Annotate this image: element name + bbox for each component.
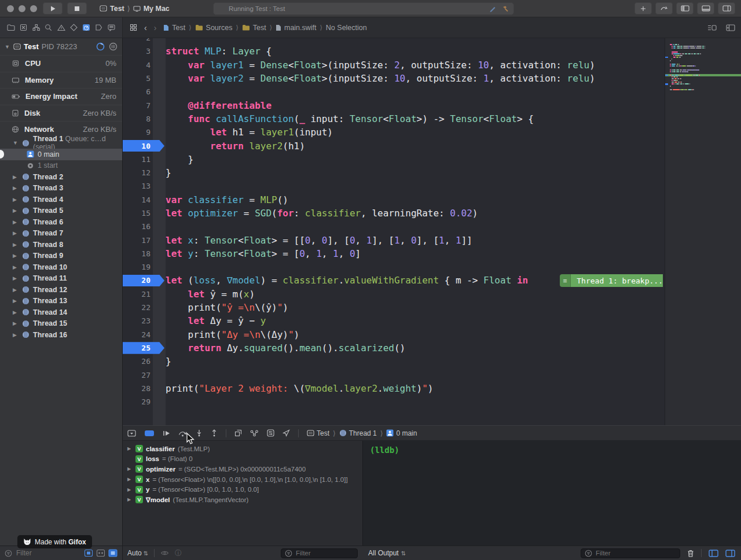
view-hierarchy-icon[interactable] xyxy=(234,429,242,437)
line-number[interactable]: 10 xyxy=(123,142,166,150)
breakpoint-annotation[interactable]: ≡ Thread 1: breakp... xyxy=(560,274,663,287)
breadcrumb-item[interactable]: No Selection xyxy=(326,24,367,32)
thread-row-9[interactable]: ▶ Thread 9 xyxy=(0,250,122,262)
variable-row-∇model[interactable]: ▶ V ∇model (Test.MLP.TangentVector) xyxy=(123,495,362,505)
line-number[interactable]: 11 xyxy=(123,155,166,164)
filter-blocked-icon[interactable] xyxy=(96,549,105,557)
debug-breadcrumb-item[interactable]: Thread 1 xyxy=(339,429,377,437)
code-line-29[interactable]: 29 xyxy=(123,395,665,408)
step-into-icon[interactable] xyxy=(196,429,203,437)
code-review-icon[interactable] xyxy=(655,2,673,14)
thread-row-7[interactable]: ▶ Thread 7 xyxy=(0,228,122,240)
disclosure-triangle-icon[interactable]: ▶ xyxy=(127,446,133,451)
variable-row-x[interactable]: ▶ V x = (Tensor<Float>) \n[[0.0, 0.0],\n… xyxy=(123,474,362,485)
disclosure-triangle-icon[interactable]: ▶ xyxy=(13,197,19,202)
code-line-22[interactable]: 22 print("ŷ =\n\(ŷ)") xyxy=(123,301,665,314)
disclosure-triangle-icon[interactable]: ▶ xyxy=(13,287,19,293)
variable-row-loss[interactable]: V loss = (Float) 0 xyxy=(123,454,362,465)
thread-row-8[interactable]: ▶ Thread 8 xyxy=(0,239,122,250)
thread-row-4[interactable]: ▶ Thread 4 xyxy=(0,194,122,205)
disclosure-triangle-icon[interactable]: ▶ xyxy=(13,298,19,304)
code-line-6[interactable]: 6 xyxy=(123,85,665,98)
code-line-15[interactable]: 15let optimizer = SGD(for: classifier, l… xyxy=(123,207,665,220)
console-filter-input[interactable] xyxy=(596,550,654,557)
disclosure-triangle-icon[interactable]: ▶ xyxy=(13,185,19,191)
code-line-2[interactable]: 2 xyxy=(123,38,665,45)
line-number[interactable]: 26 xyxy=(123,357,166,366)
thread-row-10[interactable]: ▶ Thread 10 xyxy=(0,261,122,273)
variable-row-optimizer[interactable]: ▶ V optimizer = (SGD<Test.MLP>) 0x000000… xyxy=(123,464,362,474)
code-line-28[interactable]: 28print("Layer 2 weight: \(∇model.layer2… xyxy=(123,382,665,395)
disclosure-triangle-icon[interactable]: ▶ xyxy=(127,477,133,482)
code-line-3[interactable]: 3struct MLP: Layer { xyxy=(123,45,665,58)
line-number[interactable]: 5 xyxy=(123,74,166,83)
disclosure-triangle-icon[interactable]: ▶ xyxy=(13,242,19,248)
disclosure-triangle-icon[interactable]: ▶ xyxy=(13,320,19,326)
code-line-4[interactable]: 4 var layer1 = Dense<Float>(inputSize: 2… xyxy=(123,58,665,72)
debug-breadcrumb-item[interactable]: 0 main xyxy=(386,429,417,437)
disclosure-triangle-icon[interactable]: ▶ xyxy=(13,174,19,180)
find-navigator-icon[interactable] xyxy=(43,23,54,33)
related-items-icon[interactable] xyxy=(130,24,137,31)
disclosure-triangle-icon[interactable]: ▶ xyxy=(127,497,133,502)
navigator-filter-input[interactable] xyxy=(16,549,63,557)
line-number[interactable]: 24 xyxy=(123,330,166,339)
code-line-23[interactable]: 23 let Δy = ŷ − y xyxy=(123,314,665,327)
add-editor-icon[interactable] xyxy=(634,2,652,14)
line-number[interactable]: 13 xyxy=(123,182,166,190)
thread-row-2[interactable]: ▶ Thread 2 xyxy=(0,171,122,183)
console-view[interactable]: (lldb) xyxy=(362,441,741,546)
variables-filter-input[interactable] xyxy=(296,550,354,557)
line-number[interactable]: 29 xyxy=(123,397,166,406)
minimize-icon[interactable] xyxy=(19,5,25,12)
debug-navigator-icon[interactable] xyxy=(81,23,91,33)
navigator-panel-icon[interactable] xyxy=(676,2,694,14)
line-number[interactable]: 23 xyxy=(123,316,166,325)
inspector-panel-icon[interactable] xyxy=(718,2,735,14)
code-line-7[interactable]: 7 @differentiable xyxy=(123,98,665,112)
gauge-row-memory[interactable]: Memory19 MB xyxy=(0,72,122,89)
code-line-12[interactable]: 12} xyxy=(123,166,665,179)
code-line-17[interactable]: 17let x: Tensor<Float> = [[0, 0], [0, 1]… xyxy=(123,233,665,246)
run-button[interactable] xyxy=(43,2,63,14)
code-line-20[interactable]: 20let (loss, ∇model) = classifier.valueW… xyxy=(123,274,665,287)
code-line-11[interactable]: 11 } xyxy=(123,153,665,166)
variables-scope-popup[interactable]: Auto⇅ xyxy=(127,549,148,557)
test-navigator-icon[interactable] xyxy=(68,23,79,33)
process-row[interactable]: ▼ Test PID 78223 xyxy=(0,38,122,55)
line-number[interactable]: 27 xyxy=(123,371,166,380)
disclosure-triangle-icon[interactable]: ▶ xyxy=(13,275,19,281)
disclosure-triangle-icon[interactable]: ▶ xyxy=(127,466,133,471)
line-number[interactable]: 22 xyxy=(123,303,166,312)
code-line-27[interactable]: 27 xyxy=(123,368,665,381)
forward-button[interactable]: › xyxy=(154,23,157,32)
variable-row-y[interactable]: ▶ V y = (Tensor<Float>) [0.0, 1.0, 1.0, … xyxy=(123,484,362,495)
gauge-ring-icon[interactable] xyxy=(109,42,118,51)
toggle-variables-pane-icon[interactable] xyxy=(709,550,718,557)
source-editor[interactable]: 23struct MLP: Layer {4 var layer1 = Dens… xyxy=(123,38,741,425)
code-line-19[interactable]: 19 xyxy=(123,260,665,274)
symbol-navigator-icon[interactable] xyxy=(31,23,41,33)
trash-icon[interactable] xyxy=(687,550,694,557)
thread-row-11[interactable]: ▶ Thread 11 xyxy=(0,273,122,285)
disclosure-triangle-icon[interactable]: ▶ xyxy=(13,332,19,338)
close-icon[interactable] xyxy=(7,5,14,12)
gauge-row-energy-impact[interactable]: Energy ImpactZero xyxy=(0,88,122,105)
code-line-18[interactable]: 18let y: Tensor<Float> = [0, 1, 1, 0] xyxy=(123,247,665,260)
line-number[interactable]: 12 xyxy=(123,168,166,177)
activity-ring-icon[interactable] xyxy=(96,42,105,51)
thread-row-14[interactable]: ▶ Thread 14 xyxy=(0,307,122,318)
line-number[interactable]: 4 xyxy=(123,61,166,69)
step-out-icon[interactable] xyxy=(211,429,218,437)
code-line-26[interactable]: 26} xyxy=(123,355,665,368)
disclosure-triangle-icon[interactable]: ▼ xyxy=(13,140,19,146)
add-editor-icon[interactable] xyxy=(726,24,735,31)
stop-button[interactable] xyxy=(67,2,87,14)
variables-filter-field[interactable] xyxy=(281,548,358,558)
line-number[interactable]: 18 xyxy=(123,249,166,258)
disclosure-triangle-icon[interactable]: ▶ xyxy=(13,208,19,213)
thread-row-16[interactable]: ▶ Thread 16 xyxy=(0,329,122,341)
code-line-9[interactable]: 9 let h1 = layer1(input) xyxy=(123,126,665,139)
disclosure-triangle-icon[interactable]: ▼ xyxy=(5,44,10,50)
toggle-console-pane-icon[interactable] xyxy=(725,550,735,557)
